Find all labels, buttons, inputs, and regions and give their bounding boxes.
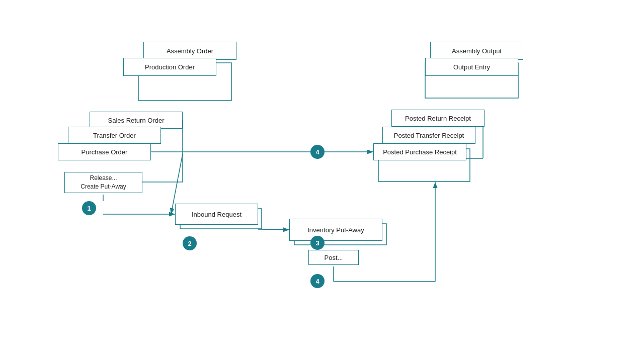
inventory-putaway-label: Inventory Put-Away — [307, 226, 364, 234]
posted-transfer-receipt-label: Posted Transfer Receipt — [394, 132, 464, 139]
posted-return-receipt-box: Posted Return Receipt — [391, 110, 485, 127]
inbound-request-box: Inbound Request — [175, 204, 258, 225]
production-order-box: Production Order — [123, 58, 216, 76]
assembly-order-label: Assembly Order — [167, 47, 213, 55]
inbound-request-label: Inbound Request — [192, 211, 242, 218]
post-button-label: Post... — [325, 254, 343, 261]
posted-purchase-receipt-box: Posted Purchase Receipt — [373, 143, 466, 160]
svg-line-8 — [258, 229, 289, 230]
release-create-label: Release...Create Put-Away — [80, 174, 126, 191]
posted-purchase-receipt-label: Posted Purchase Receipt — [383, 148, 457, 156]
sales-return-order-box: Sales Return Order — [90, 112, 183, 129]
production-order-label: Production Order — [145, 63, 195, 71]
release-create-box: Release...Create Put-Away — [64, 172, 142, 193]
badge-3: 3 — [310, 236, 325, 250]
posted-return-receipt-label: Posted Return Receipt — [405, 115, 471, 122]
transfer-order-box: Transfer Order — [68, 127, 161, 144]
purchase-order-label: Purchase Order — [82, 148, 128, 156]
output-entry-label: Output Entry — [453, 63, 490, 71]
output-entry-box: Output Entry — [425, 58, 518, 76]
badge-1: 1 — [82, 201, 96, 215]
assembly-output-label: Assembly Output — [452, 47, 502, 55]
assembly-output-box: Assembly Output — [430, 42, 523, 60]
post-button-box[interactable]: Post... — [308, 250, 359, 265]
badge-4-top: 4 — [310, 145, 325, 159]
transfer-order-label: Transfer Order — [93, 132, 136, 139]
purchase-order-box: Purchase Order — [58, 143, 151, 160]
badge-2: 2 — [183, 236, 197, 250]
posted-transfer-receipt-box: Posted Transfer Receipt — [382, 127, 475, 144]
assembly-order-box: Assembly Order — [143, 42, 236, 60]
sales-return-label: Sales Return Order — [108, 117, 165, 124]
inventory-putaway-box: Inventory Put-Away — [289, 219, 382, 241]
badge-4-bottom: 4 — [310, 274, 325, 288]
diagram-container: Assembly Order Production Order Assembly… — [0, 0, 644, 362]
